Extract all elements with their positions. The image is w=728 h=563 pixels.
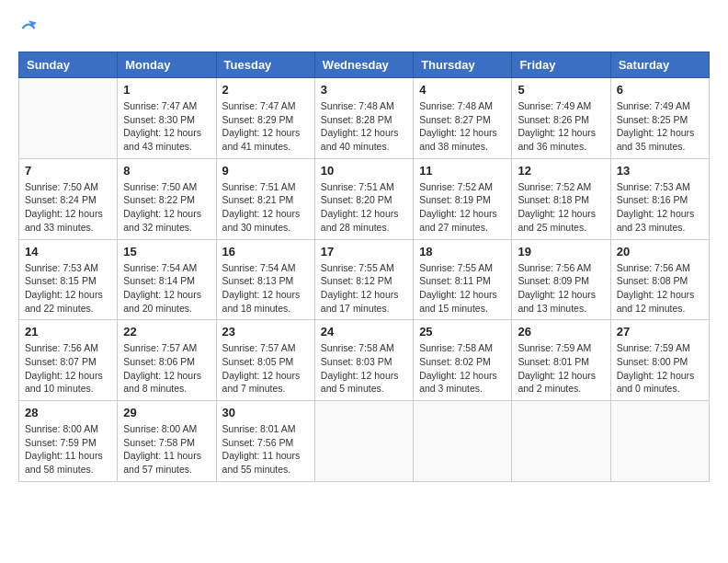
day-number: 9 xyxy=(222,164,309,178)
cell-info: Sunrise: 7:47 AMSunset: 8:30 PMDaylight:… xyxy=(123,99,210,154)
calendar-cell: 21Sunrise: 7:56 AMSunset: 8:07 PMDayligh… xyxy=(19,320,118,401)
calendar-cell: 4Sunrise: 7:48 AMSunset: 8:27 PMDaylight… xyxy=(414,78,512,159)
cell-info: Sunrise: 7:58 AMSunset: 8:02 PMDaylight:… xyxy=(419,341,506,396)
day-of-week-header: Thursday xyxy=(414,52,512,78)
cell-info: Sunrise: 7:56 AMSunset: 8:08 PMDaylight:… xyxy=(617,261,703,316)
calendar-week-row: 14Sunrise: 7:53 AMSunset: 8:15 PMDayligh… xyxy=(19,239,710,320)
calendar-cell: 3Sunrise: 7:48 AMSunset: 8:28 PMDaylight… xyxy=(314,78,413,159)
calendar-header-row: SundayMondayTuesdayWednesdayThursdayFrid… xyxy=(19,52,710,78)
day-number: 24 xyxy=(321,325,407,339)
day-number: 22 xyxy=(123,325,210,339)
day-number: 28 xyxy=(25,406,111,419)
page-header xyxy=(18,18,710,42)
calendar-cell xyxy=(19,78,118,159)
day-number: 25 xyxy=(419,325,506,339)
day-number: 7 xyxy=(25,164,111,178)
day-of-week-header: Friday xyxy=(512,52,610,78)
day-of-week-header: Monday xyxy=(118,52,216,78)
calendar-week-row: 7Sunrise: 7:50 AMSunset: 8:24 PMDaylight… xyxy=(19,158,710,239)
calendar-cell: 5Sunrise: 7:49 AMSunset: 8:26 PMDaylight… xyxy=(512,78,610,159)
day-number: 5 xyxy=(518,83,604,97)
day-number: 3 xyxy=(321,83,407,97)
cell-info: Sunrise: 7:56 AMSunset: 8:09 PMDaylight:… xyxy=(518,261,604,316)
calendar-table: SundayMondayTuesdayWednesdayThursdayFrid… xyxy=(18,52,710,482)
day-number: 21 xyxy=(25,325,111,339)
calendar-cell: 12Sunrise: 7:52 AMSunset: 8:18 PMDayligh… xyxy=(512,158,610,239)
cell-info: Sunrise: 7:52 AMSunset: 8:19 PMDaylight:… xyxy=(419,180,506,235)
day-number: 1 xyxy=(123,83,210,97)
calendar-cell: 28Sunrise: 8:00 AMSunset: 7:59 PMDayligh… xyxy=(19,401,118,482)
cell-info: Sunrise: 7:51 AMSunset: 8:21 PMDaylight:… xyxy=(222,180,309,235)
day-number: 6 xyxy=(617,83,703,97)
calendar-cell xyxy=(414,401,512,482)
day-number: 15 xyxy=(123,245,210,259)
calendar-cell: 29Sunrise: 8:00 AMSunset: 7:58 PMDayligh… xyxy=(118,401,216,482)
calendar-cell: 23Sunrise: 7:57 AMSunset: 8:05 PMDayligh… xyxy=(216,320,314,401)
calendar-cell: 25Sunrise: 7:58 AMSunset: 8:02 PMDayligh… xyxy=(414,320,512,401)
day-number: 8 xyxy=(123,164,210,178)
day-of-week-header: Wednesday xyxy=(314,52,413,78)
cell-info: Sunrise: 7:51 AMSunset: 8:20 PMDaylight:… xyxy=(321,180,407,235)
calendar-cell: 8Sunrise: 7:50 AMSunset: 8:22 PMDaylight… xyxy=(118,158,216,239)
calendar-cell: 16Sunrise: 7:54 AMSunset: 8:13 PMDayligh… xyxy=(216,239,314,320)
day-number: 13 xyxy=(617,164,703,178)
calendar-cell: 6Sunrise: 7:49 AMSunset: 8:25 PMDaylight… xyxy=(610,78,709,159)
calendar-cell xyxy=(314,401,413,482)
day-number: 10 xyxy=(321,164,407,178)
calendar-cell: 11Sunrise: 7:52 AMSunset: 8:19 PMDayligh… xyxy=(414,158,512,239)
day-number: 18 xyxy=(419,245,506,259)
calendar-cell: 15Sunrise: 7:54 AMSunset: 8:14 PMDayligh… xyxy=(118,239,216,320)
day-number: 20 xyxy=(617,245,703,259)
calendar-cell: 14Sunrise: 7:53 AMSunset: 8:15 PMDayligh… xyxy=(19,239,118,320)
cell-info: Sunrise: 8:00 AMSunset: 7:59 PMDaylight:… xyxy=(25,422,111,477)
day-number: 26 xyxy=(518,325,604,339)
day-number: 4 xyxy=(419,83,506,97)
day-number: 30 xyxy=(222,406,309,419)
cell-info: Sunrise: 7:59 AMSunset: 8:01 PMDaylight:… xyxy=(518,341,604,396)
day-of-week-header: Tuesday xyxy=(216,52,314,78)
calendar-cell xyxy=(512,401,610,482)
calendar-cell: 18Sunrise: 7:55 AMSunset: 8:11 PMDayligh… xyxy=(414,239,512,320)
cell-info: Sunrise: 7:57 AMSunset: 8:06 PMDaylight:… xyxy=(123,341,210,396)
logo-graphic xyxy=(18,18,39,42)
cell-info: Sunrise: 7:53 AMSunset: 8:16 PMDaylight:… xyxy=(617,180,703,235)
day-of-week-header: Saturday xyxy=(610,52,709,78)
day-number: 17 xyxy=(321,245,407,259)
cell-info: Sunrise: 8:00 AMSunset: 7:58 PMDaylight:… xyxy=(123,422,210,477)
day-number: 12 xyxy=(518,164,604,178)
calendar-cell: 26Sunrise: 7:59 AMSunset: 8:01 PMDayligh… xyxy=(512,320,610,401)
calendar-week-row: 1Sunrise: 7:47 AMSunset: 8:30 PMDaylight… xyxy=(19,78,710,159)
cell-info: Sunrise: 7:58 AMSunset: 8:03 PMDaylight:… xyxy=(321,341,407,396)
day-number: 16 xyxy=(222,245,309,259)
calendar-cell: 2Sunrise: 7:47 AMSunset: 8:29 PMDaylight… xyxy=(216,78,314,159)
cell-info: Sunrise: 8:01 AMSunset: 7:56 PMDaylight:… xyxy=(222,422,309,477)
cell-info: Sunrise: 7:47 AMSunset: 8:29 PMDaylight:… xyxy=(222,99,309,154)
cell-info: Sunrise: 7:49 AMSunset: 8:26 PMDaylight:… xyxy=(518,99,604,154)
day-number: 23 xyxy=(222,325,309,339)
cell-info: Sunrise: 7:50 AMSunset: 8:24 PMDaylight:… xyxy=(25,180,111,235)
day-number: 27 xyxy=(617,325,703,339)
calendar-cell: 9Sunrise: 7:51 AMSunset: 8:21 PMDaylight… xyxy=(216,158,314,239)
cell-info: Sunrise: 7:55 AMSunset: 8:11 PMDaylight:… xyxy=(419,261,506,316)
calendar-cell: 7Sunrise: 7:50 AMSunset: 8:24 PMDaylight… xyxy=(19,158,118,239)
day-of-week-header: Sunday xyxy=(19,52,118,78)
calendar-cell: 20Sunrise: 7:56 AMSunset: 8:08 PMDayligh… xyxy=(610,239,709,320)
day-number: 14 xyxy=(25,245,111,259)
calendar-cell: 13Sunrise: 7:53 AMSunset: 8:16 PMDayligh… xyxy=(610,158,709,239)
logo xyxy=(18,18,42,42)
cell-info: Sunrise: 7:49 AMSunset: 8:25 PMDaylight:… xyxy=(617,99,703,154)
calendar-cell xyxy=(610,401,709,482)
cell-info: Sunrise: 7:48 AMSunset: 8:28 PMDaylight:… xyxy=(321,99,407,154)
calendar-week-row: 28Sunrise: 8:00 AMSunset: 7:59 PMDayligh… xyxy=(19,401,710,482)
day-number: 2 xyxy=(222,83,309,97)
day-number: 11 xyxy=(419,164,506,178)
cell-info: Sunrise: 7:55 AMSunset: 8:12 PMDaylight:… xyxy=(321,261,407,316)
cell-info: Sunrise: 7:54 AMSunset: 8:14 PMDaylight:… xyxy=(123,261,210,316)
cell-info: Sunrise: 7:59 AMSunset: 8:00 PMDaylight:… xyxy=(617,341,703,396)
cell-info: Sunrise: 7:52 AMSunset: 8:18 PMDaylight:… xyxy=(518,180,604,235)
day-number: 29 xyxy=(123,406,210,419)
calendar-week-row: 21Sunrise: 7:56 AMSunset: 8:07 PMDayligh… xyxy=(19,320,710,401)
calendar-cell: 24Sunrise: 7:58 AMSunset: 8:03 PMDayligh… xyxy=(314,320,413,401)
cell-info: Sunrise: 7:50 AMSunset: 8:22 PMDaylight:… xyxy=(123,180,210,235)
cell-info: Sunrise: 7:54 AMSunset: 8:13 PMDaylight:… xyxy=(222,261,309,316)
